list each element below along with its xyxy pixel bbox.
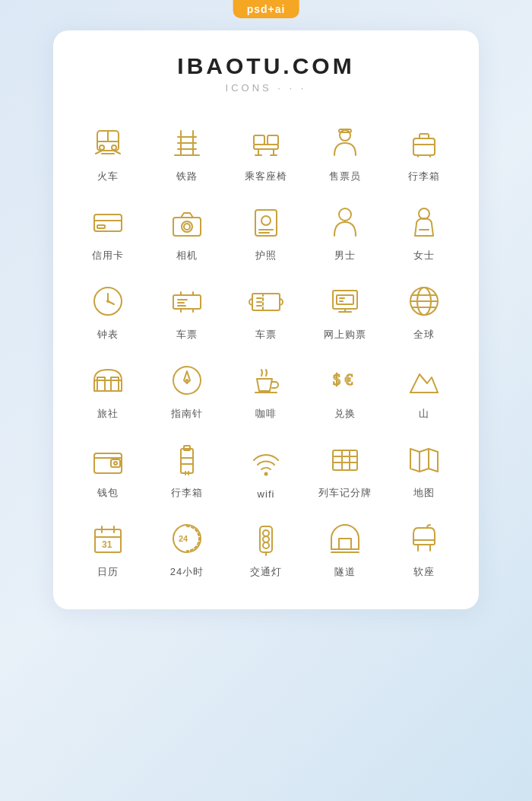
svg-point-103 — [263, 530, 269, 536]
icon-luggage: 行李箱 — [385, 112, 464, 191]
svg-point-38 — [419, 208, 429, 219]
icon-creditcard: 信用卡 — [68, 191, 147, 270]
svg-rect-58 — [337, 295, 353, 304]
icon-map: 地图 — [385, 428, 464, 507]
svg-rect-44 — [173, 295, 201, 309]
card-header: IBAOTU.COM ICONS · · · — [68, 53, 464, 94]
svg-line-5 — [96, 151, 102, 154]
icon-ticket2: 车票 — [226, 270, 306, 349]
svg-rect-23 — [413, 138, 435, 155]
icon-globe: 全球 — [385, 270, 464, 349]
icon-ticket1: 车票 — [147, 270, 226, 349]
icon-exchange: $€ 兑换 — [306, 349, 385, 428]
top-badge: psd+ai — [233, 0, 299, 18]
svg-rect-16 — [254, 145, 278, 149]
svg-rect-29 — [97, 225, 105, 228]
svg-marker-92 — [410, 449, 438, 472]
svg-point-37 — [339, 208, 351, 221]
icon-suitcase: 行李箱 — [147, 428, 226, 507]
svg-rect-108 — [339, 539, 351, 549]
svg-point-105 — [263, 542, 269, 548]
icon-compass: 指南针 — [147, 349, 226, 428]
svg-rect-87 — [333, 450, 357, 470]
icon-calendar: 31 日历 — [68, 507, 147, 586]
svg-rect-110 — [413, 540, 435, 545]
icon-passport: 护照 — [226, 191, 306, 270]
main-card: IBAOTU.COM ICONS · · · 火车 铁路 乘客座椅 — [53, 30, 479, 609]
svg-point-4 — [112, 145, 116, 150]
svg-rect-30 — [173, 218, 201, 236]
icon-wallet: 钱包 — [68, 428, 147, 507]
svg-point-34 — [261, 216, 271, 225]
icon-clock: 钟表 — [68, 270, 147, 349]
icon-scoreboard: 列车记分牌 — [306, 428, 385, 507]
icon-trafficlight: 交通灯 — [226, 507, 306, 586]
icon-conductor: 售票员 — [306, 112, 385, 191]
icon-railway: 铁路 — [147, 112, 226, 191]
icon-onlineticket: 网上购票 — [306, 270, 385, 349]
icon-tunnel: 隧道 — [306, 507, 385, 586]
svg-point-86 — [264, 472, 268, 476]
svg-line-6 — [114, 151, 120, 154]
svg-point-72 — [185, 379, 188, 382]
card-title: IBAOTU.COM — [68, 53, 464, 79]
svg-rect-80 — [181, 449, 193, 473]
svg-rect-68 — [111, 377, 119, 391]
icon-camera: 相机 — [147, 191, 226, 270]
icons-grid: 火车 铁路 乘客座椅 售票员 行李箱 — [68, 112, 464, 586]
icon-male: 男士 — [306, 191, 385, 270]
svg-point-43 — [106, 300, 109, 303]
svg-text:€: € — [345, 371, 353, 388]
icon-seat: 乘客座椅 — [226, 112, 306, 191]
icon-hotel: 旅社 — [68, 349, 147, 428]
icon-wifi: wifi — [226, 428, 306, 507]
icon-coffee: 咖啡 — [226, 349, 306, 428]
icon-female: 女士 — [385, 191, 464, 270]
svg-rect-14 — [254, 135, 264, 145]
svg-rect-33 — [255, 210, 277, 236]
svg-rect-78 — [111, 459, 120, 467]
svg-text:$: $ — [333, 371, 340, 388]
card-subtitle: ICONS · · · — [68, 82, 464, 94]
svg-rect-15 — [268, 135, 278, 145]
svg-point-104 — [263, 536, 269, 542]
svg-point-3 — [100, 145, 104, 150]
svg-point-32 — [184, 224, 190, 230]
icon-train: 火车 — [68, 112, 147, 191]
svg-text:24: 24 — [179, 534, 188, 543]
icon-mountain: 山 — [385, 349, 464, 428]
icon-softseat: 软座 — [385, 507, 464, 586]
svg-point-79 — [114, 462, 117, 465]
svg-rect-67 — [97, 377, 105, 391]
svg-rect-66 — [94, 380, 122, 391]
icon-24hours: 24 24小时 — [147, 507, 226, 586]
svg-text:31: 31 — [102, 539, 112, 550]
